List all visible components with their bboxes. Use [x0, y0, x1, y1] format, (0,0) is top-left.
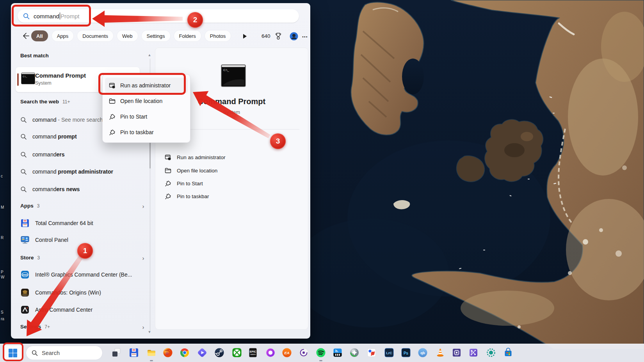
desktop-label-fragment: P — [1, 270, 4, 274]
network-tool-icon[interactable] — [468, 347, 479, 358]
file-explorer-icon[interactable] — [146, 347, 157, 358]
microsoft-store-icon[interactable] — [503, 347, 514, 358]
svg-text:C:\_: C:\_ — [223, 68, 229, 72]
action-pin-to-taskbar[interactable]: Pin to taskbar — [165, 190, 297, 202]
action-pin-to-start[interactable]: Pin to Start — [165, 177, 297, 190]
svg-text:LrC: LrC — [386, 351, 392, 355]
store-result-intel-gcc[interactable]: intel Intel® Graphics Command Center (Be… — [20, 268, 149, 282]
epic-games-icon[interactable]: EPIC GAMES — [247, 347, 258, 358]
tab-documents[interactable]: Documents — [77, 30, 113, 41]
tab-photos[interactable]: Photos — [205, 30, 231, 41]
back-arrow-icon[interactable] — [21, 32, 30, 40]
command-prompt-icon: C:\_ — [21, 73, 35, 84]
spotify-icon[interactable] — [315, 347, 326, 358]
selection-accent-bar — [17, 73, 19, 86]
tab-web[interactable]: Web — [117, 30, 138, 41]
more-tabs-icon[interactable] — [242, 33, 247, 39]
windows-search-flyout: commandPrompt All Apps Documents Web Set… — [11, 3, 310, 339]
menu-item-pin-to-start[interactable]: Pin to Start — [105, 109, 188, 124]
qbittorrent-icon[interactable]: qb — [417, 347, 428, 358]
annotation-box-start-button — [3, 342, 23, 361]
svg-text:h.: h. — [335, 349, 338, 353]
menu-item-pin-to-taskbar[interactable]: Pin to taskbar — [105, 124, 188, 140]
annotation-step-circle-3: 3 — [270, 133, 286, 149]
vpn-icon[interactable] — [486, 347, 496, 358]
action-open-file-location[interactable]: Open file location — [165, 164, 297, 177]
folder-icon — [165, 167, 171, 174]
pin-icon — [109, 114, 116, 120]
section-header-settings: Settings7+ — [20, 324, 50, 330]
desktop-label-fragment: M — [1, 205, 4, 209]
expand-settings-icon[interactable]: › — [140, 324, 147, 330]
annotation-box-search — [12, 5, 91, 27]
tab-all[interactable]: All — [31, 30, 48, 41]
steam-icon[interactable] — [214, 347, 225, 358]
hardware-monitor-icon[interactable] — [451, 347, 462, 358]
commandos-origins-icon: COMMANDOS — [20, 288, 30, 297]
rewards-points[interactable]: 640 — [262, 33, 270, 39]
ubisoft-connect-icon[interactable] — [298, 347, 309, 358]
pin-icon — [165, 193, 171, 200]
section-header-best-match: Best match — [20, 53, 49, 59]
web-suggestion[interactable]: commanders news — [20, 182, 149, 196]
scroll-up-icon[interactable]: ▲ — [147, 53, 152, 57]
tab-settings[interactable]: Settings — [142, 30, 170, 41]
desktop-label-fragment: W — [1, 275, 4, 279]
command-prompt-large-icon: C:\_ — [221, 64, 246, 87]
media-player-icon[interactable] — [349, 347, 360, 358]
annotation-box-run-as-admin — [98, 73, 186, 95]
scroll-down-icon[interactable]: ▼ — [147, 330, 152, 334]
taskbar-search-box[interactable]: Search — [26, 346, 103, 360]
svg-text:COMMANDOS: COMMANDOS — [21, 295, 30, 296]
running-indicator-file-explorer — [150, 360, 153, 361]
annotation-step-circle-2: 2 — [187, 12, 203, 28]
rewards-trophy-icon[interactable] — [275, 32, 282, 40]
user-avatar[interactable] — [290, 32, 298, 41]
photoshop-icon[interactable]: Ps — [400, 347, 411, 358]
store-result-commandos[interactable]: COMMANDOS Commandos: Origins (Win) — [20, 286, 149, 300]
pin-icon — [165, 180, 171, 187]
folder-icon — [109, 98, 116, 105]
svg-text:C:\_: C:\_ — [23, 75, 27, 78]
svg-text:GAMES: GAMES — [250, 353, 256, 355]
expand-store-icon[interactable]: › — [140, 255, 147, 261]
search-icon — [20, 186, 27, 193]
search-icon — [20, 151, 27, 158]
web-suggestion[interactable]: command prompt administrator — [20, 165, 149, 179]
more-options-icon[interactable]: ••• — [302, 34, 308, 39]
astro-command-center-icon — [20, 305, 30, 314]
search-filter-tabs: All Apps Documents Web Settings Folders … — [31, 30, 231, 41]
desktop-label-fragment: S — [1, 310, 4, 314]
best-match-subtitle: System — [35, 80, 52, 86]
menu-item-open-file-location[interactable]: Open file location — [105, 93, 188, 109]
movies-tv-icon[interactable] — [197, 347, 208, 358]
control-panel-icon — [20, 235, 30, 245]
firefox-icon[interactable] — [162, 347, 173, 358]
taskbar: Search — [0, 344, 644, 362]
web-suggestion[interactable]: commanders — [20, 147, 149, 161]
app-result-total-commander[interactable]: Total Commander 64 bit — [20, 216, 149, 230]
vlc-icon[interactable] — [435, 347, 446, 358]
run-as-administrator-icon — [165, 154, 171, 161]
store-result-astro[interactable]: Astro Command Center — [20, 303, 149, 317]
xbox-icon[interactable] — [231, 347, 242, 358]
tab-apps[interactable]: Apps — [52, 30, 74, 41]
desktop-screen: c M R P W S ra commandPrompt All Apps Do… — [0, 0, 644, 362]
expand-apps-icon[interactable]: › — [140, 203, 147, 209]
tab-folders[interactable]: Folders — [174, 30, 201, 41]
search-icon — [20, 117, 27, 123]
section-header-store: Store3 — [20, 255, 40, 261]
annotation-step-circle-1: 1 — [77, 243, 93, 259]
music-tagger-icon[interactable]: h. — [332, 347, 343, 358]
total-commander-icon — [20, 218, 30, 228]
action-run-as-administrator[interactable]: Run as administrator — [165, 151, 297, 163]
total-commander-icon[interactable] — [128, 347, 139, 358]
ea-icon[interactable]: EA — [281, 347, 292, 358]
desktop-label-fragment: R — [1, 236, 4, 240]
chrome-icon[interactable] — [179, 347, 190, 358]
lightroom-classic-icon[interactable]: LrC — [384, 347, 395, 358]
gog-galaxy-icon[interactable] — [265, 347, 276, 358]
paint-net-icon[interactable] — [366, 347, 377, 358]
task-view-icon[interactable] — [111, 347, 122, 358]
section-header-apps: Apps3 — [20, 203, 39, 209]
